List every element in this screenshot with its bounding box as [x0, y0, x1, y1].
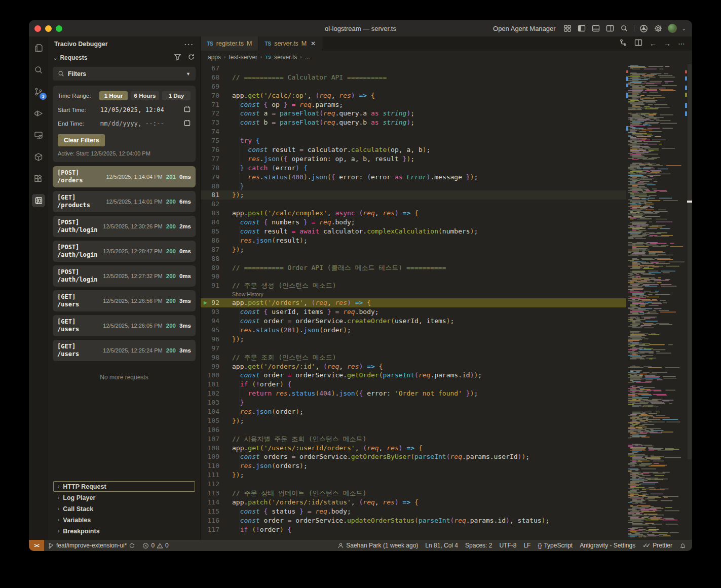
source-control-icon[interactable]: 3	[32, 85, 45, 98]
time-range-6hours-button[interactable]: 6 Hours	[131, 91, 159, 100]
code-line-67[interactable]: 67	[201, 64, 626, 73]
code-line-78[interactable]: 78 } catch (error) {	[201, 164, 626, 173]
clear-filters-button[interactable]: Clear Filters	[58, 134, 105, 146]
request-list-item[interactable]: [POST] /auth/login12/5/2025, 12:30:26 PM…	[53, 216, 196, 237]
code-line-84[interactable]: 84 const { numbers } = req.body;	[201, 218, 626, 227]
code-line-109[interactable]: 109 const orders = orderService.getOrder…	[201, 452, 626, 461]
code-line-92[interactable]: ▶92app.post('/orders', (req, res) => {	[201, 298, 626, 307]
code-line-103[interactable]: 103 }	[201, 398, 626, 407]
run-debug-icon[interactable]	[32, 107, 45, 120]
time-range-1day-button[interactable]: 1 Day	[162, 91, 191, 100]
request-list-item[interactable]: [GET] /products12/5/2025, 1:14:01 PM2006…	[53, 191, 196, 212]
code-line-99[interactable]: 99app.get('/orders/:id', (req, res) => {	[201, 362, 626, 371]
code-line-72[interactable]: 72 const a = parseFloat(req.query.a as s…	[201, 109, 626, 118]
breadcrumb-apps[interactable]: apps	[208, 54, 221, 61]
code-line-102[interactable]: 102 return res.status(404).json({ error:…	[201, 389, 626, 398]
code-line-106[interactable]: 106	[201, 425, 626, 435]
navigate-back-icon[interactable]: ←	[650, 40, 657, 48]
section-log-player[interactable]: ›Log Player	[53, 492, 195, 503]
tab-server-ts[interactable]: TS server.ts M ✕	[258, 36, 322, 51]
code-line-77[interactable]: 77 res.json({ operation: op, a, b, resul…	[201, 154, 626, 164]
code-line-107[interactable]: 107// 사용자별 주문 조회 (인스턴스 메소드)	[201, 435, 626, 444]
requests-collapse-chevron-icon[interactable]: ⌄	[53, 55, 57, 61]
settings-gear-icon[interactable]	[654, 24, 663, 33]
tab-register-ts[interactable]: TS register.ts M	[201, 36, 258, 51]
time-range-1hour-button[interactable]: 1 Hour	[99, 91, 128, 100]
request-list-item[interactable]: [GET] /users12/5/2025, 12:26:56 PM2003ms	[53, 290, 196, 311]
code-line-88[interactable]: 88	[201, 254, 626, 263]
request-list-item[interactable]: [GET] /users12/5/2025, 12:26:05 PM2003ms	[53, 315, 196, 336]
minimap[interactable]	[626, 63, 687, 540]
refresh-icon[interactable]	[187, 53, 195, 62]
code-line-111[interactable]: 111});	[201, 471, 626, 480]
breadcrumb[interactable]: apps › test-server › TS server.ts › ...	[201, 51, 692, 63]
code-line-112[interactable]: 112	[201, 480, 626, 489]
formatter-item[interactable]: ✓✓ Prettier	[639, 540, 676, 551]
code-line-105[interactable]: 105});	[201, 416, 626, 425]
search-icon[interactable]	[620, 24, 629, 33]
code-line-89[interactable]: 89// ========== Order API (클래스 메소드 테스트) …	[201, 263, 626, 272]
git-branch-item[interactable]: feat/improve-extension-ui*	[44, 540, 139, 551]
tracivo-debugger-icon[interactable]	[32, 194, 45, 207]
code-line-94[interactable]: 94 const order = orderService.createOrde…	[201, 317, 626, 326]
settings-sync-item[interactable]: Antigravity - Settings	[576, 540, 639, 551]
code-line-117[interactable]: 117 if (!order) {	[201, 525, 626, 534]
code-line-75[interactable]: 75 try {	[201, 136, 626, 145]
account-chevron-down-icon[interactable]: ⌄	[682, 26, 686, 31]
breadcrumb-server-ts[interactable]: server.ts	[274, 54, 297, 61]
code-line-101[interactable]: 101 if (!order) {	[201, 380, 626, 389]
code-editor[interactable]: 6768// ========== Calculator API =======…	[201, 63, 626, 540]
git-blame-item[interactable]: Saehan Park (1 week ago)	[334, 540, 422, 551]
navigate-forward-icon[interactable]: →	[664, 40, 671, 48]
code-line-68[interactable]: 68// ========== Calculator API =========…	[201, 73, 626, 82]
remote-indicator[interactable]: ><	[29, 540, 44, 551]
minimize-window-button[interactable]	[45, 25, 52, 32]
customize-layout-icon[interactable]	[563, 24, 572, 33]
start-time-input[interactable]: 12/05/2025, 12:04	[100, 106, 184, 113]
toggle-secondary-sidebar-icon[interactable]	[605, 24, 615, 33]
code-line-71[interactable]: 71 const { op } = req.params;	[201, 100, 626, 109]
browser-icon[interactable]	[639, 24, 649, 33]
code-line-70[interactable]: 70app.get('/calc/:op', (req, res) => {	[201, 91, 626, 100]
code-line-115[interactable]: 115 const { status } = req.body;	[201, 507, 626, 516]
code-line-86[interactable]: 86 res.json(result);	[201, 236, 626, 245]
sidebar-more-actions-icon[interactable]: ···	[184, 41, 194, 48]
explorer-icon[interactable]	[32, 42, 45, 55]
code-line-98[interactable]: 98// 주문 조회 (인스턴스 메소드)	[201, 353, 626, 362]
problems-item[interactable]: 0 0	[139, 540, 172, 551]
section-call-stack[interactable]: ›Call Stack	[53, 503, 195, 514]
scrollbar-thumb[interactable]	[688, 64, 692, 459]
eol-item[interactable]: LF	[520, 540, 534, 551]
code-line-108[interactable]: 108app.get('/users/:userId/orders', (req…	[201, 444, 626, 453]
code-line-76[interactable]: 76 const result = calculator.calculate(o…	[201, 145, 626, 154]
code-line-97[interactable]: 97	[201, 344, 626, 353]
end-calendar-icon[interactable]	[184, 120, 191, 128]
indentation-item[interactable]: Spaces: 2	[462, 540, 496, 551]
filter-funnel-icon[interactable]	[174, 53, 181, 62]
code-line-114[interactable]: 114app.patch('/orders/:id/status', (req,…	[201, 498, 626, 507]
extensions-icon[interactable]	[32, 172, 45, 185]
search-sidebar-icon[interactable]	[32, 63, 45, 76]
remote-explorer-icon[interactable]	[32, 129, 45, 142]
code-line-85[interactable]: 85 const result = await calculator.compl…	[201, 227, 626, 236]
request-list-item[interactable]: [POST] /auth/login12/5/2025, 12:28:47 PM…	[53, 241, 196, 262]
code-line-100[interactable]: 100 const order = orderService.getOrder(…	[201, 371, 626, 380]
section-variables[interactable]: ›Variables	[53, 515, 195, 525]
code-line-83[interactable]: 83app.post('/calc/complex', async (req, …	[201, 209, 626, 218]
language-mode-item[interactable]: {} TypeScript	[534, 540, 576, 551]
request-list-item[interactable]: [GET] /users12/5/2025, 12:25:24 PM2003ms	[53, 340, 196, 361]
end-time-input[interactable]: mm/dd/yyyy, --:--	[100, 120, 184, 127]
code-line-81[interactable]: 81});	[201, 190, 626, 200]
code-line-104[interactable]: 104 res.json(order);	[201, 407, 626, 416]
code-line-116[interactable]: 116 const order = orderService.updateOrd…	[201, 516, 626, 525]
request-list-item[interactable]: [POST] /orders12/5/2025, 1:14:04 PM2010m…	[53, 166, 196, 187]
code-line-73[interactable]: 73 const b = parseFloat(req.query.b as s…	[201, 118, 626, 127]
breadcrumb-test-server[interactable]: test-server	[229, 54, 257, 61]
toggle-sidebar-icon[interactable]	[577, 24, 586, 33]
code-line-96[interactable]: 96});	[201, 335, 626, 344]
code-line-79[interactable]: 79 res.status(400).json({ error: (error …	[201, 173, 626, 182]
code-line-110[interactable]: 110 res.json(orders);	[201, 461, 626, 471]
code-line-69[interactable]: 69	[201, 82, 626, 91]
toggle-panel-icon[interactable]	[591, 24, 600, 33]
code-line-87[interactable]: 87});	[201, 245, 626, 254]
